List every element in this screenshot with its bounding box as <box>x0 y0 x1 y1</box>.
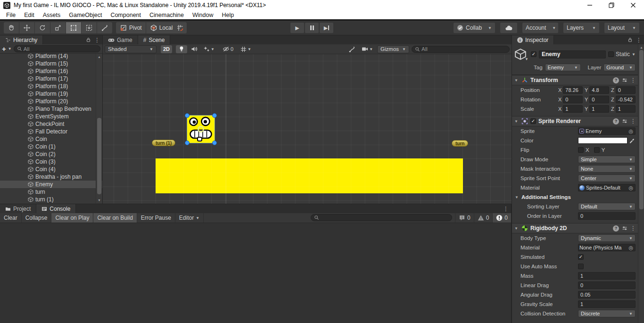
lock-icon[interactable] <box>86 37 91 42</box>
linear-drag-field[interactable]: 0 <box>578 282 636 289</box>
menu-help[interactable]: Help <box>217 10 238 20</box>
hierarchy-item[interactable]: Coin <box>0 135 102 143</box>
scale-z-field[interactable]: 1 <box>616 105 636 113</box>
console-info-toggle[interactable]: 0 <box>455 213 474 223</box>
help-icon[interactable]: ? <box>613 118 619 124</box>
draw-mode-dropdown[interactable]: Simple▼ <box>578 156 636 163</box>
audio-toggle-button[interactable] <box>189 45 200 53</box>
component-menu-icon[interactable]: ⋮ <box>630 77 636 83</box>
hierarchy-item[interactable]: turn <box>0 188 102 196</box>
rect-handle-topleft[interactable] <box>185 113 190 118</box>
mask-interaction-dropdown[interactable]: None▼ <box>578 165 636 173</box>
help-icon[interactable]: ? <box>613 225 619 232</box>
gravity-scale-field[interactable]: 1 <box>578 300 636 308</box>
scene-search-input[interactable]: All <box>412 46 510 53</box>
sprite-pivot-handle[interactable] <box>198 126 204 133</box>
account-dropdown[interactable]: Account▼ <box>522 23 558 33</box>
tag-dropdown[interactable]: Enemy▼ <box>545 64 581 71</box>
hierarchy-item[interactable]: Platform (19) <box>0 90 102 98</box>
gameobject-icon[interactable]: ▼ <box>514 48 528 60</box>
tab-console[interactable]: Console <box>36 204 76 213</box>
toggle-2d-button[interactable]: 2D <box>161 45 172 53</box>
play-button[interactable]: ▶ <box>290 23 304 33</box>
tab-hierarchy[interactable]: Hierarchy <box>0 35 43 44</box>
hierarchy-item[interactable]: Coin (2) <box>0 150 102 158</box>
hierarchy-item[interactable]: Platform (15) <box>0 60 102 67</box>
body-type-dropdown[interactable]: Dynamic▼ <box>578 234 636 242</box>
rotate-tool-button[interactable] <box>35 22 50 33</box>
console-error-pause-button[interactable]: Error Pause <box>137 213 175 223</box>
gizmo-label-turn[interactable]: turn <box>452 140 468 147</box>
scrollbar-thumb[interactable] <box>97 118 101 194</box>
object-picker-icon[interactable]: ◎ <box>627 128 634 134</box>
component-menu-icon[interactable]: ⋮ <box>630 225 636 232</box>
presets-icon[interactable] <box>622 118 627 124</box>
effects-toggle-button[interactable]: ▼ <box>201 45 216 53</box>
transform-header[interactable]: ▼ Transform ? ⋮ <box>512 75 638 85</box>
move-tool-button[interactable] <box>19 22 34 33</box>
pivot-toggle-button[interactable]: Pivot <box>116 22 146 33</box>
scale-y-field[interactable]: 1 <box>589 105 609 113</box>
scale-tool-button[interactable] <box>50 22 66 33</box>
rect-handle-bottomleft[interactable] <box>185 141 190 145</box>
camera-settings-button[interactable]: ▼ <box>360 45 375 53</box>
hierarchy-item[interactable]: Coin (3) <box>0 158 102 166</box>
scrollbar-thumb[interactable] <box>639 50 644 209</box>
menu-cinemachine[interactable]: Cinemachine <box>145 10 188 20</box>
menu-component[interactable]: Component <box>106 10 145 20</box>
rect-handle-topright[interactable] <box>212 113 217 118</box>
sorting-layer-dropdown[interactable]: Default▼ <box>578 203 636 210</box>
static-checkbox[interactable] <box>608 51 614 57</box>
hierarchy-item[interactable]: Fall Detector <box>0 128 102 135</box>
cloud-button[interactable] <box>500 23 517 33</box>
rotation-z-field[interactable]: -0.542 <box>616 96 636 103</box>
tab-project[interactable]: Project <box>0 204 36 213</box>
order-in-layer-field[interactable]: 0 <box>578 212 636 220</box>
lighting-toggle-button[interactable] <box>176 45 187 53</box>
menu-file[interactable]: File <box>2 10 20 20</box>
menu-gameobject[interactable]: GameObject <box>65 10 106 20</box>
tab-scene[interactable]: # Scene <box>138 35 171 44</box>
inspector-scrollbar[interactable]: ▲ <box>638 44 644 323</box>
hierarchy-item[interactable]: Coin (1) <box>0 143 102 150</box>
scale-x-field[interactable]: 1 <box>563 105 583 113</box>
simulated-checkbox[interactable]: ✓ <box>578 254 584 260</box>
layout-dropdown[interactable]: Layout▼ <box>604 23 639 33</box>
sprite-sort-point-dropdown[interactable]: Center▼ <box>578 174 636 182</box>
console-clear-button[interactable]: Clear <box>0 213 22 223</box>
scroll-up-icon[interactable]: ▲ <box>96 54 102 59</box>
tab-game[interactable]: Game <box>103 35 138 44</box>
layer-dropdown[interactable]: Ground▼ <box>603 64 636 71</box>
rotation-y-field[interactable]: 0 <box>589 96 609 103</box>
console-clear-on-build-button[interactable]: Clear on Build <box>93 213 137 223</box>
use-auto-mass-checkbox[interactable] <box>578 264 584 269</box>
rect-handle-bottomright[interactable] <box>212 141 217 145</box>
menu-window[interactable]: Window <box>188 10 217 20</box>
flip-x-checkbox[interactable] <box>578 147 584 153</box>
hierarchy-item[interactable]: Platform (18) <box>0 83 102 90</box>
pause-button[interactable] <box>305 23 319 33</box>
panel-menu-icon[interactable]: ⋮ <box>636 37 642 43</box>
gizmo-label-turn1[interactable]: turn (1) <box>152 140 175 146</box>
gizmos-dropdown[interactable]: Gizmos▼ <box>377 45 409 53</box>
angular-drag-field[interactable]: 0.05 <box>578 291 636 298</box>
custom-tools-button[interactable] <box>97 22 112 33</box>
menu-assets[interactable]: Assets <box>39 10 65 20</box>
collab-button[interactable]: Collab ▼ <box>454 23 495 33</box>
panel-menu-icon[interactable]: ⋮ <box>94 37 100 43</box>
collision-detection-dropdown[interactable]: Discrete▼ <box>578 310 636 317</box>
hierarchy-item[interactable]: Breatha - josh pan <box>0 173 102 181</box>
rect-tool-button[interactable] <box>66 22 81 33</box>
add-gameobject-button[interactable]: + <box>2 45 6 52</box>
hierarchy-search-input[interactable]: All <box>14 45 100 52</box>
hierarchy-item[interactable]: Piano Trap Beethoven <box>0 105 102 113</box>
hierarchy-item[interactable]: Platform (16) <box>0 67 102 75</box>
component-menu-icon[interactable]: ⋮ <box>630 118 636 124</box>
tab-inspector[interactable]: i Inspector <box>512 35 554 44</box>
local-toggle-button[interactable]: Local <box>146 22 177 33</box>
hierarchy-item[interactable]: Platform (14) <box>0 54 102 60</box>
console-search-input[interactable] <box>311 214 452 221</box>
restore-button[interactable] <box>601 0 622 10</box>
console-clear-on-play-button[interactable]: Clear on Play <box>51 213 93 223</box>
position-y-field[interactable]: 4.8 <box>589 86 609 94</box>
